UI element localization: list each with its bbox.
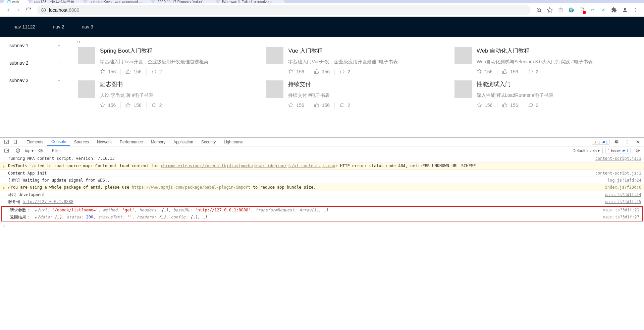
- stat-like[interactable]: 156: [120, 102, 146, 109]
- browser-tab[interactable]: [Vue warn]: Failed to resolve c...: [219, 0, 285, 3]
- card[interactable]: Spring Boot入门教程零基础入门Java开发，企业级应用开发最佳首选框架…: [74, 44, 263, 78]
- extension-icon[interactable]: 📑: [579, 7, 585, 13]
- svg-point-13: [615, 141, 617, 143]
- card-title: 励志图书: [100, 80, 259, 88]
- stat-star[interactable]: 156: [288, 69, 309, 75]
- device-icon[interactable]: [11, 138, 19, 146]
- card-description: 零基础入门Vue开发，企业级应用开发最佳#电子书表: [288, 58, 447, 66]
- devtools-tab-sources[interactable]: Sources: [70, 138, 93, 146]
- console-prompt[interactable]: ›: [0, 222, 644, 229]
- devtools-tab-application[interactable]: Application: [169, 138, 197, 146]
- settings-icon[interactable]: [612, 139, 621, 144]
- stat-like[interactable]: 156: [309, 102, 334, 109]
- address-bar: localhost:8080 📋 🌍 📑 ✂ ✔: [0, 3, 644, 17]
- stat-star[interactable]: 156: [100, 69, 120, 75]
- close-icon[interactable]: [633, 139, 642, 144]
- sidebar-item[interactable]: subnav 1: [0, 37, 70, 54]
- more-icon[interactable]: [623, 139, 631, 144]
- profile-icon[interactable]: [622, 7, 628, 13]
- stat-chat[interactable]: 2: [146, 69, 167, 75]
- stat-value: 156: [108, 69, 116, 74]
- stat-value: 2: [536, 103, 539, 108]
- source-link[interactable]: log.js?1afd:24: [607, 177, 641, 184]
- nav-item[interactable]: nav 2: [44, 17, 73, 37]
- extension-icon[interactable]: 🌍: [568, 7, 574, 13]
- source-link[interactable]: main.ts?3d1f:27: [603, 214, 639, 220]
- log-levels-select[interactable]: Default levels ▾: [573, 148, 600, 153]
- card[interactable]: 持续交付持续交付 #电子书表1561562: [263, 78, 451, 111]
- settings-icon[interactable]: [633, 148, 642, 153]
- badge-count: 1: [606, 140, 608, 144]
- back-button[interactable]: [3, 5, 13, 15]
- stat-chat[interactable]: 2: [334, 102, 355, 109]
- source-link[interactable]: main.ts?3d1f:21: [603, 207, 639, 213]
- stat-value: 2: [159, 103, 162, 108]
- stat-value: 156: [510, 103, 518, 108]
- browser-tab[interactable]: 2020-11-17 Property 'value' ...: [154, 0, 217, 3]
- stat-star[interactable]: 156: [477, 69, 497, 75]
- devtools-tab-console[interactable]: Console: [47, 138, 70, 146]
- stat-like[interactable]: 156: [497, 69, 523, 75]
- inspect-icon[interactable]: [2, 138, 11, 146]
- source-link[interactable]: main.ts?3d1f:14: [605, 191, 641, 198]
- bookmark-icon[interactable]: [547, 7, 553, 13]
- stat-chat[interactable]: 2: [523, 102, 543, 109]
- devtools-tab-memory[interactable]: Memory: [147, 138, 169, 146]
- svg-point-7: [624, 8, 626, 10]
- card[interactable]: Web 自动化入门教程Web自动化测试与Selenium 3.0从入门到实践 #…: [451, 44, 639, 78]
- devtools-tab-elements[interactable]: Elements: [22, 138, 47, 146]
- devtools-tab-lighthouse[interactable]: Lighthouse: [220, 138, 248, 146]
- sidebar-toggle-icon[interactable]: [2, 148, 11, 153]
- extension-icon[interactable]: ✔: [600, 7, 606, 13]
- stat-like[interactable]: 156: [120, 69, 146, 75]
- source-link[interactable]: chrome-extension://ncennffkjdiamlpmcbajk…: [161, 163, 335, 168]
- source-link[interactable]: content-script.js:1: [595, 170, 641, 177]
- sidebar-item[interactable]: subnav 3: [0, 72, 70, 89]
- star-icon: [100, 69, 105, 75]
- nav-item[interactable]: nav 11122: [5, 17, 44, 37]
- source-link[interactable]: index.js?f23d:6: [605, 184, 641, 191]
- extension-icon[interactable]: ✂: [590, 7, 596, 13]
- nav-item[interactable]: nav 3: [73, 17, 102, 37]
- devtools-tab-security[interactable]: Security: [197, 138, 220, 146]
- filter-input[interactable]: [51, 147, 570, 154]
- card[interactable]: 励志图书人设 李尚龙 著 #电子书表1561562: [74, 78, 263, 111]
- context-select[interactable]: top ▾: [25, 148, 34, 153]
- devtools-tab-network[interactable]: Network: [93, 138, 116, 146]
- stat-star[interactable]: 156: [100, 102, 120, 109]
- extension-icon[interactable]: 📋: [557, 7, 564, 13]
- url-input[interactable]: localhost:8080: [37, 5, 531, 15]
- browser-tab[interactable]: 🌐web: [3, 0, 29, 3]
- source-link[interactable]: https://www.npmjs.com/package/babel-plug…: [132, 185, 251, 190]
- stat-chat[interactable]: 2: [523, 69, 543, 75]
- stat-star[interactable]: 156: [477, 102, 497, 109]
- source-link[interactable]: content-script.js:1: [595, 155, 641, 162]
- reload-button[interactable]: [23, 5, 34, 15]
- issues-badge[interactable]: 1 Issue: ▰1: [605, 148, 631, 153]
- source-link[interactable]: main.ts?3d1f:15: [605, 198, 641, 205]
- stat-like[interactable]: 156: [309, 69, 334, 75]
- clear-icon[interactable]: [13, 148, 22, 153]
- card-thumbnail: [454, 47, 472, 64]
- kebab-menu-icon[interactable]: [633, 7, 639, 13]
- card[interactable]: Vue 入门教程零基础入门Vue开发，企业级应用开发最佳#电子书表1561562: [263, 44, 451, 78]
- stat-chat[interactable]: 2: [146, 102, 167, 109]
- extensions-menu-icon[interactable]: [611, 7, 617, 13]
- browser-tab[interactable]: selectedKeys · was accessed ...: [86, 0, 152, 3]
- forward-button[interactable]: [13, 5, 23, 15]
- warnings-badge[interactable]: ▲1 ▰1: [592, 139, 610, 145]
- svg-rect-11: [4, 140, 8, 144]
- sidebar-item[interactable]: subnav 2: [0, 54, 70, 72]
- stat-chat[interactable]: 2: [334, 69, 355, 75]
- card-title: Web 自动化入门教程: [477, 47, 636, 55]
- url-host: localhost: [49, 7, 67, 13]
- stat-star[interactable]: 156: [288, 102, 309, 109]
- zoom-icon[interactable]: [536, 7, 542, 13]
- eye-icon[interactable]: [36, 148, 45, 153]
- card[interactable]: 性能测试入门深入性能测试LoadRunner #电子书表1561562: [451, 78, 639, 111]
- devtools-tab-performance[interactable]: Performance: [116, 138, 147, 146]
- stat-like[interactable]: 156: [497, 102, 523, 109]
- source-link[interactable]: http://127.0.0.1:8888: [22, 199, 73, 204]
- browser-tab[interactable]: nav123_上网从这里开始: [31, 0, 84, 3]
- pagination-arrows: ‹ ›: [74, 40, 640, 44]
